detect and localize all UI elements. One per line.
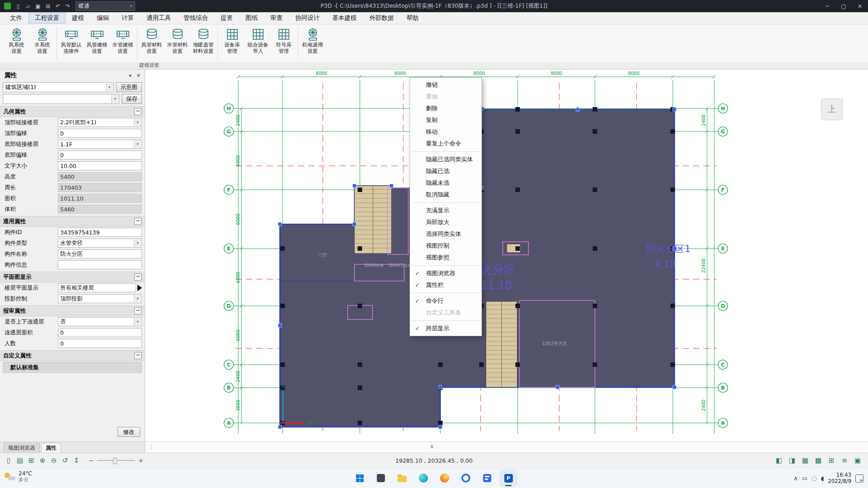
floor-plan-svg[interactable]: 8000800080008000800024006000600060006000… [145, 70, 868, 441]
collapse-section-icon[interactable]: − [134, 218, 142, 225]
save-icon[interactable]: ▣ [33, 2, 43, 11]
context-menu-item[interactable]: 移动 [410, 126, 481, 138]
property-value[interactable]: 所有相关楼层 [58, 283, 136, 292]
device-library-tool[interactable]: 设备库管理 [219, 24, 245, 62]
color-palette-icon[interactable]: ▤ [15, 455, 25, 465]
new-file-icon[interactable]: ▯ [4, 455, 14, 465]
zoom-out-icon[interactable]: ⊖ [49, 455, 59, 465]
monitor-icon[interactable]: ▣ [853, 455, 863, 465]
undo-icon[interactable]: ↶ [53, 2, 63, 11]
open-file-icon[interactable]: ▱ [23, 2, 33, 11]
context-menu-item[interactable]: 复制 [410, 114, 481, 126]
context-menu-item[interactable]: ✓视图浏览器 [410, 267, 481, 279]
property-value[interactable]: 0 [58, 129, 142, 138]
new-file-icon[interactable]: ▯ [13, 2, 23, 11]
menu-item-7[interactable]: 管线综合 [177, 13, 214, 23]
context-menu-item[interactable]: ✓跨层显示 [410, 323, 481, 334]
zoom-slider-thumb[interactable] [113, 458, 117, 464]
collapse-section-icon[interactable]: − [134, 108, 142, 115]
viewport-left-icon[interactable]: ◧ [774, 455, 784, 465]
wireframe-icon[interactable]: ▦ [800, 455, 810, 465]
property-value[interactable]: 0 [58, 150, 142, 160]
menu-item-2[interactable]: 工程设置 [28, 13, 66, 23]
maximize-button[interactable]: ▢ [835, 0, 852, 12]
notification-icon[interactable] [855, 474, 863, 483]
floor-heating-material-tool[interactable]: 地暖盘管材料设置 [190, 24, 216, 62]
property-value[interactable]: 水管变径▾ [58, 239, 142, 248]
context-menu-item[interactable]: 自定义工具条 [410, 307, 481, 319]
mep-general-settings-tool[interactable]: 机电通用设置 [300, 24, 326, 62]
widgets-icon[interactable] [373, 469, 390, 487]
start-button[interactable] [351, 469, 368, 487]
collapse-panel-icon[interactable]: ▾ [129, 73, 132, 79]
property-value[interactable]: 否▾ [58, 317, 142, 326]
context-menu-item[interactable]: 视图参照 [410, 252, 481, 263]
discipline-dropdown[interactable]: 暖通 ▾ [75, 1, 135, 11]
minimize-button[interactable]: ─ [819, 0, 835, 12]
zoom-in-icon[interactable]: + [138, 457, 144, 464]
chevron-down-icon[interactable]: ▾ [134, 119, 141, 126]
property-value[interactable]: 顶部投影▾ [58, 294, 142, 303]
save-button[interactable]: 保存 [122, 94, 142, 104]
pipe-material-tool[interactable]: 水管材料设置 [165, 24, 190, 62]
duct-material-tool[interactable]: 风管材料设置 [139, 24, 165, 62]
modify-button[interactable]: 修改 [118, 427, 140, 437]
zoom-previous-icon[interactable]: ↺ [60, 455, 70, 465]
edge-browser-icon[interactable] [415, 469, 432, 487]
context-menu-item[interactable]: 局部放大 [410, 216, 481, 228]
context-menu-item[interactable]: 重复上个命令 [410, 138, 481, 150]
context-menu-item[interactable]: 重做 [410, 91, 481, 103]
chevron-up-icon[interactable]: ∧ [793, 475, 798, 482]
zoom-slider[interactable]: − + [89, 457, 143, 464]
collapse-section-icon[interactable]: − [134, 352, 142, 359]
property-value[interactable]: 防火分区 [58, 249, 142, 258]
menu-item-14[interactable]: 帮助 [400, 13, 425, 23]
section-header[interactable]: 报审属性− [0, 305, 145, 316]
zoom-in-icon[interactable]: ⊕ [38, 455, 47, 465]
section-header[interactable]: 平面图显示− [0, 272, 145, 282]
collapse-section-icon[interactable]: − [134, 307, 142, 314]
default-standard-set[interactable]: 默认标准集 [3, 362, 142, 373]
expand-command-icon[interactable]: ∧ [430, 443, 434, 450]
zoom-out-icon[interactable]: − [89, 457, 94, 464]
property-value[interactable]: 1.1F▾ [58, 140, 142, 149]
file-explorer-icon[interactable] [394, 469, 411, 487]
chevron-down-icon[interactable]: ▾ [111, 95, 118, 103]
collapse-section-icon[interactable]: − [134, 273, 142, 281]
menu-item-9[interactable]: 图纸 [239, 13, 264, 23]
shaded-icon[interactable]: ▩ [813, 455, 823, 465]
property-value[interactable]: 0 [58, 328, 142, 337]
property-value[interactable]: 10.00 [58, 161, 142, 170]
duct-connector-tool[interactable]: 风管默认连接件 [58, 24, 84, 62]
redo-icon[interactable]: ↷ [63, 2, 73, 11]
zoom-window-icon[interactable]: ⊞ [26, 455, 36, 465]
combo-device-import-tool[interactable]: 组合设备导入 [245, 24, 271, 62]
menu-item-1[interactable]: 文件 [4, 13, 28, 23]
context-menu-item[interactable]: ✓命令行 [410, 295, 481, 307]
section-header[interactable]: 通用属性− [0, 216, 145, 227]
menu-item-6[interactable]: 通用工具 [140, 13, 177, 23]
chevron-down-icon[interactable]: ▾ [134, 239, 141, 247]
expand-floors-icon[interactable] [137, 285, 142, 291]
chevron-down-icon[interactable]: ▾ [134, 295, 141, 302]
menu-item-8[interactable]: 提资 [214, 13, 239, 23]
context-menu-item[interactable]: 隐藏未选 [410, 177, 481, 189]
zoom-slider-track[interactable] [97, 460, 135, 461]
context-menu-item[interactable]: 删除 [410, 103, 481, 114]
property-value[interactable]: 0 [58, 339, 142, 348]
panel-tab-1[interactable]: 视图浏览器 [4, 443, 40, 453]
menu-item-3[interactable]: 建模 [66, 13, 90, 23]
north-compass-button[interactable]: 上 [821, 99, 843, 120]
context-menu-item[interactable]: 隐藏已选同类实体 [410, 154, 481, 165]
docs-app-icon[interactable] [479, 469, 496, 487]
p3d-app-icon[interactable]: P [500, 469, 517, 487]
context-menu-item[interactable]: 取消隐藏 [410, 189, 481, 201]
panel-tab-2[interactable]: 属性 [41, 443, 61, 453]
weather-widget[interactable]: 24°C 多云 [5, 470, 32, 483]
symbol-library-tool[interactable]: 符号库管理 [271, 24, 297, 62]
context-menu-item[interactable]: 选择同类实体 [410, 228, 481, 240]
schematic-button[interactable]: 示意图 [116, 82, 142, 92]
menu-item-11[interactable]: 协同设计 [289, 13, 326, 23]
close-panel-icon[interactable]: ✕ [137, 73, 141, 79]
chevron-down-icon[interactable]: ▾ [134, 141, 141, 148]
